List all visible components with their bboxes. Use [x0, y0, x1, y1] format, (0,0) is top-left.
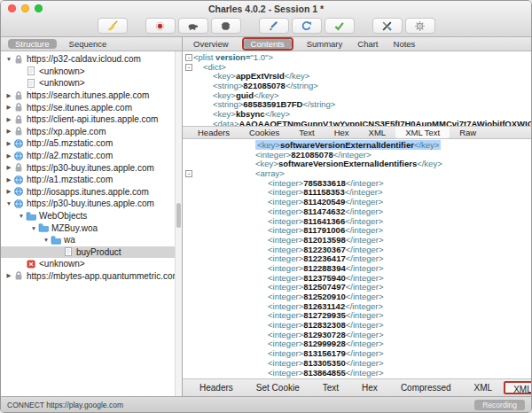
disclosure-closed-icon[interactable]: ▶ — [4, 176, 13, 183]
tree-row[interactable]: ▶https://search.itunes.apple.com — [1, 90, 182, 102]
tab-xml[interactable]: XML — [463, 381, 505, 394]
tab-contents[interactable]: Contents — [244, 39, 292, 49]
xml-tag: <integer> — [268, 330, 303, 339]
minimize-button[interactable] — [21, 4, 29, 12]
globe-icon — [13, 175, 24, 185]
tab-xml-text[interactable]: XML Text — [395, 127, 450, 138]
xml-tag: </key> — [265, 109, 291, 119]
disclosure-closed-icon[interactable]: ▶ — [4, 92, 13, 99]
structure-sequence-tabs: StructureSequence — [1, 37, 183, 51]
clear-session-button[interactable] — [98, 18, 128, 34]
window-header: Charles 4.0.2 - Session 1 * — [1, 1, 531, 37]
folder-icon — [38, 222, 49, 233]
tab-text[interactable]: Text — [289, 127, 324, 138]
xml-value: 812729935 — [303, 310, 346, 320]
collapse-icon[interactable]: - — [185, 54, 192, 61]
xml-tag: <integer> — [268, 187, 303, 197]
close-button[interactable] — [8, 4, 16, 12]
disclosure-open-icon[interactable]: ▼ — [4, 200, 13, 206]
xml-tag: </integer> — [345, 301, 383, 311]
xml-tag: </integer> — [346, 235, 384, 245]
xml-tag: <key> — [255, 159, 278, 168]
disclosure-closed-icon[interactable]: ▶ — [4, 116, 13, 123]
xml-value: 811474632 — [303, 206, 345, 216]
xml-tag: </integer> — [346, 292, 384, 301]
tab-hex[interactable]: Hex — [350, 381, 389, 394]
tree-row[interactable]: ▶http://iosapps.itunes.apple.com — [1, 186, 182, 199]
xml-value: 821085078 — [291, 150, 333, 160]
throttle-button[interactable] — [178, 18, 208, 34]
collapse-icon[interactable]: - — [185, 170, 192, 177]
disclosure-open-icon[interactable]: ▼ — [42, 237, 51, 243]
tree-row[interactable]: <unknown> — [1, 66, 182, 78]
disclosure-closed-icon[interactable]: ▶ — [4, 128, 13, 135]
tree-row[interactable]: ▶http://a5.mzstatic.com — [1, 137, 182, 150]
tab-raw[interactable]: Raw — [450, 127, 486, 138]
tree-row[interactable]: buyProduct — [1, 246, 182, 259]
tab-set-cookie[interactable]: Set Cookie — [245, 381, 311, 394]
disclosure-open-icon[interactable]: ▼ — [17, 213, 26, 219]
disclosure-closed-icon[interactable]: ▶ — [4, 140, 13, 147]
tree-item-label: MZBuy.woa — [51, 223, 98, 233]
tree-row[interactable]: ▶https://se.itunes.apple.com — [1, 101, 182, 113]
lock-icon — [13, 102, 24, 113]
tab-notes[interactable]: Notes — [392, 39, 418, 49]
tab-overview[interactable]: Overview — [192, 39, 231, 49]
tree-item-label: https://p30-buy.itunes.apple.com — [27, 163, 154, 173]
tree-row[interactable]: ▶https://mbytes-app.quantummetric.com — [1, 270, 182, 283]
checkmark-icon — [332, 19, 346, 33]
xml-tag: "1.0"> — [250, 52, 273, 62]
xml-value: 813156179 — [303, 348, 346, 358]
tab-chart[interactable]: Chart — [356, 39, 379, 49]
tree-row[interactable]: ▼https://p30-buy.itunes.apple.com — [1, 198, 182, 210]
tree-row[interactable]: ▶https://client-api.itunes.apple.com — [1, 113, 182, 126]
breakpoints-button[interactable] — [211, 18, 241, 34]
disclosure-closed-icon[interactable]: ▶ — [4, 152, 13, 160]
traffic-lights — [8, 4, 43, 12]
disclosure-closed-icon[interactable]: ▶ — [4, 164, 13, 171]
tree-row[interactable]: ▼https://p32-caldav.icloud.com — [1, 53, 182, 66]
sidebar-scrollbar[interactable] — [175, 51, 182, 396]
validate-button[interactable] — [325, 18, 355, 34]
disclosure-closed-icon[interactable]: ▶ — [4, 104, 13, 111]
tab-hex[interactable]: Hex — [325, 127, 359, 138]
collapse-icon[interactable]: - — [185, 64, 192, 71]
record-button[interactable] — [145, 18, 176, 34]
tab-headers[interactable]: Headers — [188, 381, 245, 394]
tab-summary[interactable]: Summary — [305, 39, 345, 49]
tab-headers[interactable]: Headers — [188, 127, 239, 138]
tab-structure[interactable]: Structure — [8, 39, 57, 49]
tree-row[interactable]: <unknown> — [1, 77, 182, 90]
tab-cookies[interactable]: Cookies — [239, 127, 289, 138]
compose-button[interactable] — [259, 18, 289, 34]
tools-button[interactable] — [372, 18, 403, 34]
tab-xml-text[interactable]: XML Text — [504, 381, 532, 394]
tree-row[interactable]: ▼WebObjects — [1, 210, 182, 222]
tree-row[interactable]: ▶http://a2.mzstatic.com — [1, 150, 182, 162]
lock-icon — [13, 270, 24, 281]
disclosure-closed-icon[interactable]: ▶ — [4, 272, 13, 279]
disclosure-open-icon[interactable]: ▼ — [4, 56, 13, 62]
tree-row[interactable]: <unknown> — [1, 258, 182, 270]
repeat-button[interactable] — [292, 18, 322, 34]
xml-tag: </integer> — [345, 225, 383, 235]
tree-row[interactable]: ▼MZBuy.woa — [1, 222, 182, 234]
tree-row[interactable]: ▶http://a1.mzstatic.com — [1, 174, 182, 186]
tab-compressed[interactable]: Compressed — [389, 381, 463, 394]
tab-xml[interactable]: XML — [359, 127, 396, 138]
disclosure-open-icon[interactable]: ▼ — [29, 225, 38, 231]
tab-sequence[interactable]: Sequence — [67, 39, 109, 49]
xml-tag: </key> — [254, 90, 279, 100]
xml-tag: </integer> — [346, 273, 384, 283]
tree-item-label: https://se.itunes.apple.com — [27, 103, 132, 113]
settings-button[interactable] — [405, 18, 435, 34]
tree-row[interactable]: ▼wa — [1, 234, 182, 246]
tab-text[interactable]: Text — [311, 381, 350, 394]
tree-row[interactable]: ▶https://p30-buy.itunes.apple.com — [1, 161, 182, 174]
tree-row[interactable]: ▶https://xp.apple.com — [1, 126, 182, 138]
zoom-button[interactable] — [35, 4, 43, 12]
sidebar-scrollbar-thumb[interactable] — [176, 203, 181, 228]
disclosure-closed-icon[interactable]: ▶ — [4, 188, 13, 195]
recording-badge: Recording — [474, 400, 525, 410]
tree-item-label: http://iosapps.itunes.apple.com — [27, 187, 149, 197]
